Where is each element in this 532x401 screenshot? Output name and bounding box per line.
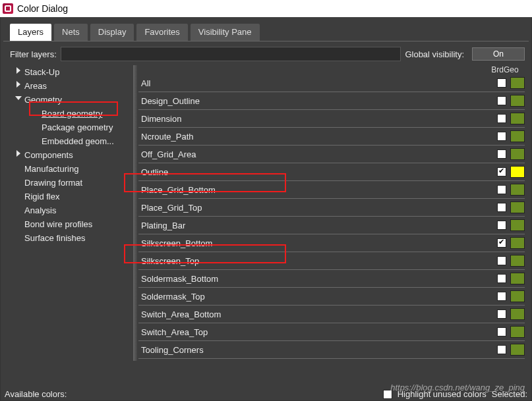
splitter-handle[interactable] [133,65,137,361]
layer-visibility-checkbox[interactable] [497,345,506,354]
layer-visibility-checkbox[interactable] [497,78,506,88]
layer-color-swatch[interactable] [510,326,525,338]
tree-item-surface-finishes[interactable]: Surface finishes [10,231,132,245]
layer-name: Place_Grid_Bottom [141,185,494,195]
category-tree[interactable]: Stack-UpAreasGeometryBoard geometryPacka… [10,65,132,361]
layer-color-swatch[interactable] [510,166,525,178]
layer-name: Design_Outline [141,96,494,106]
layer-row: Place_Grid_Bottom [138,181,525,199]
layer-color-swatch[interactable] [510,113,525,124]
layer-name: Silkscreen_Bottom [141,238,494,248]
layer-color-swatch[interactable] [510,308,525,320]
layer-visibility-checkbox[interactable] [497,309,506,319]
global-visibility-button[interactable]: On [472,47,525,61]
layer-row: Off_Grid_Area [138,146,525,163]
chevron-right-icon [15,67,22,74]
layer-visibility-checkbox[interactable] [497,221,506,230]
layer-row: Switch_Area_Top [138,323,525,341]
tree-item-label: Bond wire profiles [24,219,92,229]
layer-visibility-checkbox[interactable] [497,167,506,176]
layer-color-swatch[interactable] [510,130,525,142]
layer-name: Tooling_Corners [141,345,494,355]
layer-color-swatch[interactable] [510,255,525,267]
layer-name: Switch_Area_Top [141,327,494,337]
layer-row: Ncroute_Path [138,128,525,146]
tree-item-stack-up[interactable]: Stack-Up [10,65,132,79]
tab-visibility-pane[interactable]: Visibility Pane [191,24,260,41]
layer-color-swatch[interactable] [510,148,525,160]
layer-name: Outline [141,167,494,177]
layer-color-swatch[interactable] [510,290,525,302]
global-visibility-label: Global visibility: [405,49,464,59]
window-titlebar: Color Dialog [0,0,532,17]
tree-item-components[interactable]: Components [10,148,132,162]
app-icon [3,3,13,14]
layer-visibility-checkbox[interactable] [497,327,506,336]
tab-layers[interactable]: Layers [10,24,51,41]
highlight-unused-label: Highlight unused colors [398,389,487,399]
tree-item-label: Package geometry [42,122,113,132]
layer-name: Silkscreen_Top [141,256,494,266]
layer-row: Design_Outline [138,92,525,110]
layer-visibility-checkbox[interactable] [497,256,506,265]
layer-visibility-checkbox[interactable] [497,149,506,159]
layer-visibility-checkbox[interactable] [497,114,506,123]
main-tabs: LayersNetsDisplayFavoritesVisibility Pan… [1,24,531,41]
tree-item-board-geometry[interactable]: Board geometry [10,107,132,120]
tree-item-embedded-geom-[interactable]: Embedded geom... [10,134,132,148]
layer-visibility-checkbox[interactable] [497,274,506,283]
window-title: Color Dialog [17,3,68,14]
tree-item-label: Components [24,150,73,160]
layer-row: All [138,74,525,92]
layer-name: All [141,78,494,88]
layer-visibility-checkbox[interactable] [497,185,506,194]
layer-color-swatch[interactable] [510,201,525,213]
tree-item-manufacturing[interactable]: Manufacturing [10,162,132,176]
layer-color-swatch[interactable] [510,344,525,356]
layer-visibility-checkbox[interactable] [497,238,506,248]
tree-item-label: Board geometry [42,109,103,119]
filter-input[interactable] [61,47,401,61]
tree-item-rigid-flex[interactable]: Rigid flex [10,190,132,203]
layer-visibility-checkbox[interactable] [497,96,506,105]
filter-label: Filter layers: [10,49,57,59]
layer-row: Switch_Area_Bottom [138,306,525,323]
tab-nets[interactable]: Nets [54,24,88,41]
tree-item-geometry[interactable]: Geometry [10,93,132,107]
chevron-right-icon [15,150,22,157]
layer-visibility-checkbox[interactable] [497,292,506,301]
tree-item-drawing-format[interactable]: Drawing format [10,176,132,190]
tree-item-label: Geometry [24,95,62,105]
tree-item-label: Rigid flex [24,192,59,201]
tree-item-label: Areas [24,81,47,91]
tab-display[interactable]: Display [90,24,134,41]
tree-item-analysis[interactable]: Analysis [10,203,132,217]
layer-color-swatch[interactable] [510,273,525,284]
layer-color-swatch[interactable] [510,184,525,196]
tree-item-label: Embedded geom... [42,136,114,146]
tree-item-bond-wire-profiles[interactable]: Bond wire profiles [10,217,132,231]
layer-row: Dimension [138,110,525,128]
layer-row: Silkscreen_Top [138,252,525,270]
tree-item-label: Analysis [24,205,56,215]
layer-color-swatch[interactable] [510,219,525,231]
layer-visibility-checkbox[interactable] [497,132,506,141]
layer-color-swatch[interactable] [510,237,525,249]
layer-name: Soldermask_Top [141,292,494,302]
layer-visibility-checkbox[interactable] [497,203,506,212]
layer-name: Soldermask_Bottom [141,274,494,284]
layer-color-swatch[interactable] [510,77,525,89]
tree-item-areas[interactable]: Areas [10,79,132,93]
layer-row: Soldermask_Bottom [138,270,525,288]
layer-name: Ncroute_Path [141,132,494,142]
layer-row: Place_Grid_Top [138,199,525,217]
layer-name: Switch_Area_Bottom [141,309,494,319]
layer-row: Silkscreen_Bottom [138,234,525,252]
layer-color-swatch[interactable] [510,95,525,107]
tab-favorites[interactable]: Favorites [136,24,187,41]
selected-label: Selected: [492,389,527,399]
highlight-unused-checkbox[interactable] [383,390,392,399]
tree-item-package-geometry[interactable]: Package geometry [10,120,132,134]
layer-row: Plating_Bar [138,217,525,234]
tree-item-label: Surface finishes [24,233,86,243]
